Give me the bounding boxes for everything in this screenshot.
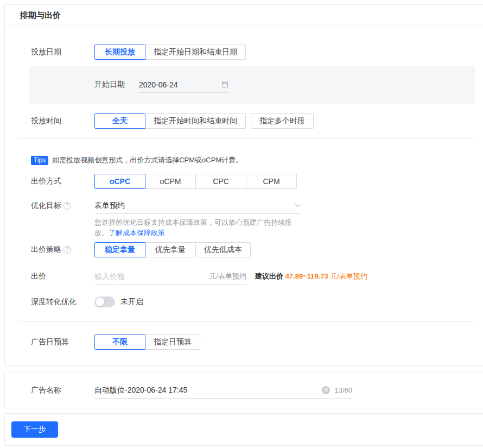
delivery-time-options: 全天 指定开始时间和结束时间 bbox=[94, 113, 246, 129]
time-option-specific-range[interactable]: 指定开始时间和结束时间 bbox=[145, 113, 246, 129]
time-option-multiple-periods[interactable]: 指定多个时段 bbox=[251, 113, 314, 129]
start-date-field[interactable]: 2020-06-24 bbox=[139, 77, 228, 93]
date-option-long-term[interactable]: 长期投放 bbox=[94, 45, 145, 60]
page: 排期与出价 投放日期 长期投放 指定开始日期和结束日期 开始日期 2020-06… bbox=[0, 4, 483, 448]
bid-price-field: 元/表单预约 bbox=[94, 268, 246, 285]
start-date-panel: 开始日期 2020-06-24 bbox=[29, 66, 475, 104]
bid-method-row: 出价方式 oCPC oCPM CPC CPM bbox=[5, 174, 483, 189]
tips-badge: Tips bbox=[31, 156, 48, 165]
deep-conversion-label: 深度转化优化 bbox=[31, 297, 94, 307]
ad-name-row: 广告名称 自动版位-2020-06-24 17:45 ✕ 13/60 bbox=[5, 382, 483, 399]
deep-conversion-status: 未开启 bbox=[120, 297, 143, 307]
budget-option-specific[interactable]: 指定日预算 bbox=[145, 335, 200, 350]
bid-suggestion: 建议出价 47.89~119.73 元/表单预约 bbox=[255, 272, 367, 281]
bid-strategy-label: 出价策略 ? bbox=[31, 245, 94, 255]
bid-strategy-options: 稳定拿量 优先拿量 优先低成本 bbox=[94, 242, 251, 257]
goal-helper-text: 您选择的优化目标支持成本保障政策，可以放心新建广告持续投放。了解成本保障政策 bbox=[94, 217, 302, 238]
suggest-unit: 元/表单预约 bbox=[330, 272, 367, 280]
optimization-goal-label-text: 优化目标 bbox=[31, 201, 61, 211]
bid-price-input[interactable] bbox=[94, 272, 176, 281]
delivery-date-options: 长期投放 指定开始日期和结束日期 bbox=[94, 45, 246, 60]
help-icon[interactable]: ? bbox=[63, 202, 71, 210]
bid-unit-text: 元/表单预约 bbox=[209, 272, 246, 281]
bid-strategy-label-text: 出价策略 bbox=[31, 245, 61, 255]
method-option-ocpm[interactable]: oCPM bbox=[145, 174, 196, 189]
strategy-option-stable[interactable]: 稳定拿量 bbox=[94, 242, 145, 257]
daily-budget-label: 广告日预算 bbox=[31, 337, 94, 347]
delivery-time-label: 投放时间 bbox=[31, 116, 94, 126]
divider bbox=[18, 321, 475, 322]
next-step-button[interactable]: 下一步 bbox=[11, 421, 58, 438]
strategy-option-priority-volume[interactable]: 优先拿量 bbox=[145, 242, 196, 257]
delivery-date-row: 投放日期 长期投放 指定开始日期和结束日期 bbox=[5, 45, 483, 60]
bid-method-label: 出价方式 bbox=[31, 176, 94, 186]
schedule-bidding-card: 排期与出价 投放日期 长期投放 指定开始日期和结束日期 开始日期 2020-06… bbox=[4, 4, 483, 366]
suggest-range: 47.89~119.73 bbox=[285, 272, 328, 280]
chevron-down-icon bbox=[295, 204, 301, 207]
optimization-goal-value: 表单预约 bbox=[94, 201, 125, 211]
tips-row: Tips 如需投放视频创意形式，出价方式请选择CPM或oCPM计费。 bbox=[5, 155, 483, 165]
deep-conversion-toggle[interactable] bbox=[94, 296, 115, 307]
strategy-option-low-cost[interactable]: 优先低成本 bbox=[195, 242, 251, 257]
calendar-icon[interactable] bbox=[221, 81, 228, 88]
cost-guarantee-link[interactable]: 了解成本保障政策 bbox=[109, 229, 165, 237]
method-option-ocpc[interactable]: oCPC bbox=[94, 174, 145, 189]
time-option-all-day[interactable]: 全天 bbox=[94, 113, 145, 129]
daily-budget-row: 广告日预算 不限 指定日预算 bbox=[5, 335, 483, 350]
bid-strategy-row: 出价策略 ? 稳定拿量 优先拿量 优先低成本 bbox=[5, 242, 483, 257]
ad-name-suffix: ✕ 13/60 bbox=[322, 386, 352, 394]
optimization-goal-select[interactable]: 表单预约 bbox=[94, 198, 301, 214]
tips-text: 如需投放视频创意形式，出价方式请选择CPM或oCPM计费。 bbox=[52, 155, 243, 165]
clear-input-icon[interactable]: ✕ bbox=[322, 386, 330, 394]
ad-name-label: 广告名称 bbox=[31, 386, 94, 395]
daily-budget-options: 不限 指定日预算 bbox=[94, 335, 200, 350]
bid-price-label: 出价 bbox=[31, 272, 94, 281]
help-icon[interactable]: ? bbox=[63, 246, 71, 254]
start-date-value: 2020-06-24 bbox=[139, 80, 218, 89]
ad-name-field[interactable]: 自动版位-2020-06-24 17:45 ✕ 13/60 bbox=[94, 382, 352, 399]
bid-price-row: 出价 元/表单预约 建议出价 47.89~119.73 元/表单预约 bbox=[5, 268, 483, 285]
delivery-time-row: 投放时间 全天 指定开始时间和结束时间 指定多个时段 bbox=[5, 113, 483, 129]
date-option-specific-range[interactable]: 指定开始日期和结束日期 bbox=[145, 45, 246, 60]
char-counter: 13/60 bbox=[334, 386, 352, 394]
footer-bar: 下一步 bbox=[4, 413, 483, 446]
divider bbox=[18, 138, 475, 139]
deep-conversion-row: 深度转化优化 未开启 bbox=[5, 296, 483, 307]
budget-option-unlimited[interactable]: 不限 bbox=[94, 335, 145, 350]
delivery-date-label: 投放日期 bbox=[31, 47, 94, 57]
method-option-cpc[interactable]: CPC bbox=[195, 174, 246, 189]
optimization-goal-row: 优化目标 ? 表单预约 您选择的优化目标支持成本保障政策，可以放心新建广告持续投… bbox=[5, 198, 483, 238]
method-option-cpm[interactable]: CPM bbox=[246, 174, 297, 189]
ad-name-value: 自动版位-2020-06-24 17:45 bbox=[94, 386, 322, 395]
ad-name-card: 广告名称 自动版位-2020-06-24 17:45 ✕ 13/60 bbox=[4, 371, 483, 408]
start-date-label: 开始日期 bbox=[94, 80, 125, 90]
section-header: 排期与出价 bbox=[5, 5, 483, 26]
bid-method-options: oCPC oCPM CPC CPM bbox=[94, 174, 297, 189]
optimization-goal-label: 优化目标 ? bbox=[31, 201, 94, 211]
section-title: 排期与出价 bbox=[20, 10, 468, 21]
suggest-label: 建议出价 bbox=[255, 272, 283, 280]
